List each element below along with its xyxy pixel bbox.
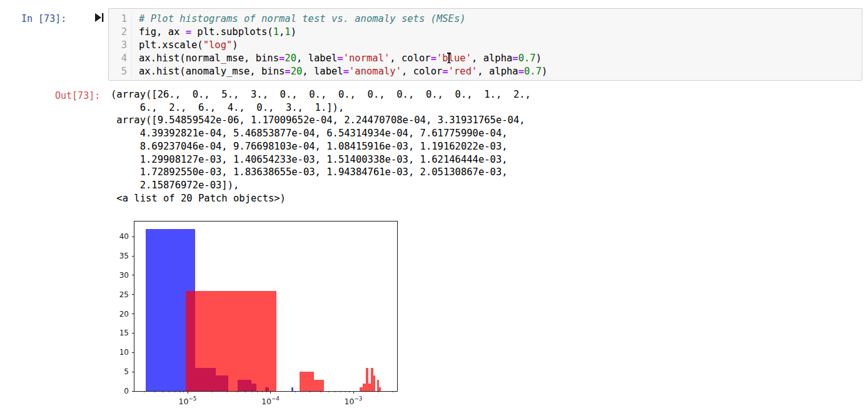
y-tick-label: 20 [119,310,129,319]
code-token: 0.7 [518,53,536,64]
code-token: 'red' [448,66,478,77]
line-number: 3 [109,39,132,52]
y-tick-label: 5 [124,367,129,376]
code-line[interactable]: 4ax.hist(normal_mse, bins=20, label='nor… [109,52,862,65]
code-token: 'normal' [343,53,390,64]
histogram-bar-anomaly [368,384,371,391]
histogram-bar-anomaly [371,368,373,391]
histogram-bar-anomaly [360,387,363,391]
code-line[interactable]: 3plt.xscale("log") [109,39,862,52]
matplotlib-figure: 051015202530354010−510−410−3 [102,215,410,415]
y-tick-label: 40 [119,232,129,241]
line-number: 5 [109,65,132,78]
code-token: ) [536,53,542,64]
histogram-bar-anomaly [186,291,276,391]
output-text: (array([26., 0., 5., 3., 0., 0., 0., 0.,… [111,88,531,205]
code-token: = [512,53,518,64]
code-lines: 1# Plot histograms of normal test vs. an… [109,13,862,78]
code-token: , alpha [472,53,512,64]
code-token: ) [291,26,296,38]
code-token: = [442,66,448,77]
code-line[interactable]: 5ax.hist(anomaly_mse, bins=20, label='an… [109,65,862,78]
code-token: plt.subplots( [191,26,273,38]
code-token: 20 [291,66,303,77]
code-token: = [431,53,437,64]
histogram-bar-anomaly [373,375,375,391]
histogram-bar-anomaly [314,380,324,392]
play-step-icon [94,13,104,23]
code-token: "log" [203,39,233,51]
code-token: , alpha [477,66,518,77]
code-token: 'blue' [437,53,472,64]
code-token: ax.hist(anomaly_mse, bins [139,66,285,77]
code-content: ax.hist(anomaly_mse, bins=20, label='ano… [132,65,547,78]
code-line[interactable]: 1# Plot histograms of normal test vs. an… [109,13,862,26]
line-number: 2 [109,26,132,39]
output-prompt: Out[73]: [55,90,100,101]
code-token: ax.hist(normal_mse, bins [139,53,279,64]
code-token: 0.7 [524,66,542,77]
code-token: = [518,66,524,77]
code-token: = [285,66,290,77]
histogram-bar-anomaly [379,387,381,391]
x-tick-label: 10−5 [179,395,197,406]
code-content: # Plot histograms of normal test vs. ano… [132,13,466,26]
x-tick-label: 10−3 [345,395,363,406]
histogram-plot: 051015202530354010−510−410−3 [102,215,410,415]
code-token: , [279,26,285,38]
run-cell-icon[interactable] [94,13,104,23]
code-token: 'anomaly' [349,66,401,77]
code-token: , label [296,53,337,64]
line-number: 4 [109,52,132,65]
code-token: , color [390,53,430,64]
code-content: plt.xscale("log") [132,39,238,52]
y-tick-label: 30 [119,271,129,280]
histogram-bar-normal [291,387,293,391]
y-tick-label: 25 [119,290,129,299]
code-token: 20 [285,53,296,64]
code-token: , color [401,66,442,77]
code-content: fig, ax = plt.subplots(1,1) [132,26,296,39]
code-token: fig, ax [139,26,186,38]
code-content: ax.hist(normal_mse, bins=20, label='norm… [132,52,542,65]
code-token: 1 [273,26,279,38]
code-token: 1 [285,26,290,38]
code-token: # Plot histograms of normal test vs. ano… [139,13,466,24]
code-token: = [337,53,343,64]
line-number: 1 [109,13,132,26]
code-token: plt.xscale( [139,39,203,51]
input-prompt: In [73]: [21,13,66,24]
y-tick-label: 0 [124,387,129,395]
code-token: = [186,26,191,38]
y-tick-label: 10 [119,348,129,357]
code-token: ) [542,66,547,77]
y-tick-label: 35 [119,252,129,260]
notebook-page: { "notebook": { "input": { "prompt": "In… [0,0,868,418]
histogram-bar-anomaly [366,368,368,391]
code-token: = [343,66,349,77]
histogram-bar-anomaly [377,380,379,392]
code-line[interactable]: 2fig, ax = plt.subplots(1,1) [109,26,862,39]
y-tick-label: 15 [119,329,129,337]
code-token: = [279,53,285,64]
code-token: ) [232,39,238,51]
code-cell-editor[interactable]: 1# Plot histograms of normal test vs. an… [108,8,862,81]
code-token: , label [302,66,343,77]
histogram-bar-anomaly [363,384,366,391]
histogram-bar-anomaly [300,372,314,391]
x-tick-label: 10−4 [261,395,280,406]
